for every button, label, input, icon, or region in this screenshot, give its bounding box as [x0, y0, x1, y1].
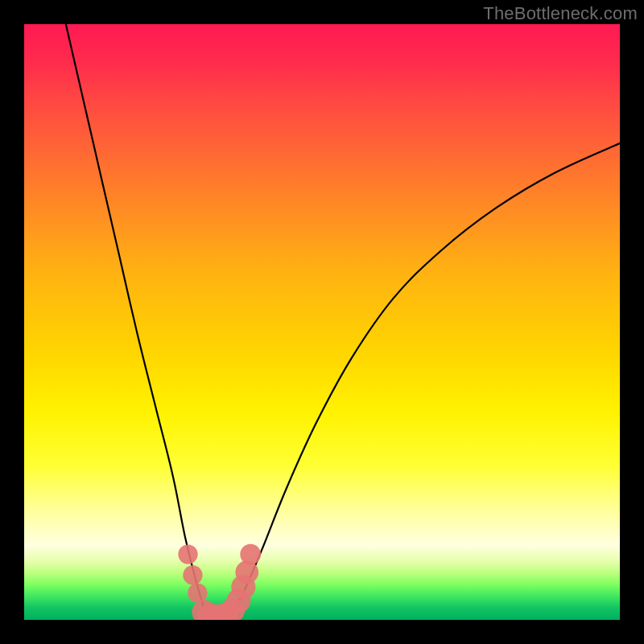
marker-dot	[188, 584, 207, 603]
plot-area	[24, 24, 620, 620]
marker-dot	[178, 544, 197, 564]
marker-dot	[240, 544, 261, 565]
bottleneck-curve	[66, 24, 620, 617]
chart-frame: TheBottleneck.com	[0, 0, 644, 644]
watermark-text: TheBottleneck.com	[483, 3, 638, 24]
marker-dot	[183, 565, 202, 584]
marker-dot	[235, 560, 258, 584]
curve-layer	[24, 24, 620, 620]
